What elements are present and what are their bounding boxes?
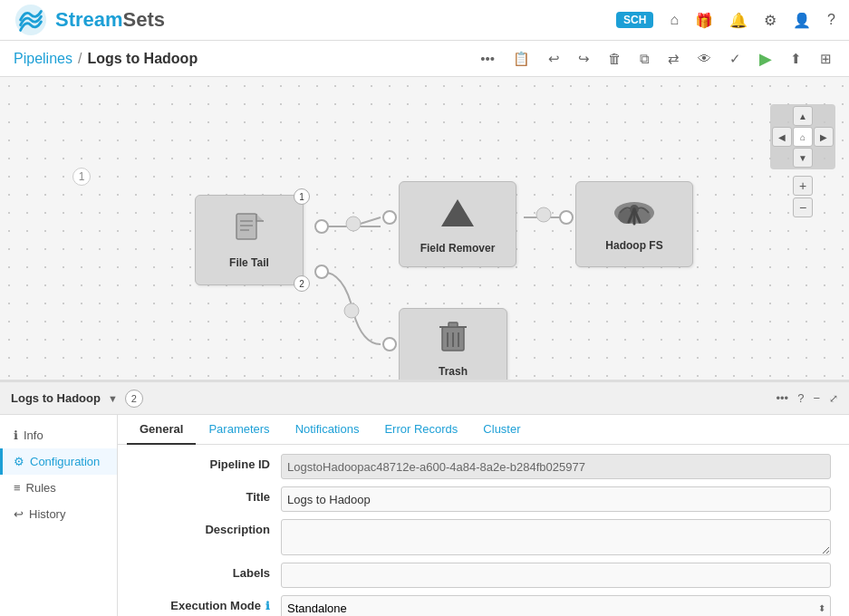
pipeline-id-label: Pipeline ID bbox=[136, 454, 281, 471]
execution-mode-select-wrap: Standalone Cluster Batch Cluster Streami… bbox=[281, 595, 831, 616]
pipeline-canvas: 1 1 File Tail 2 Field Remover bbox=[0, 77, 849, 380]
preview-icon[interactable]: 👁 bbox=[694, 49, 715, 68]
sidebar-rules-label: Rules bbox=[26, 481, 56, 495]
file-tail-node[interactable]: 1 File Tail 2 bbox=[195, 195, 304, 285]
svg-point-6 bbox=[315, 220, 328, 233]
duplicate-icon[interactable]: ⧉ bbox=[636, 49, 653, 69]
node-badge-2: 2 bbox=[294, 275, 310, 292]
title-input[interactable] bbox=[281, 486, 831, 512]
panel-header-icons: ••• ? − ⤢ bbox=[777, 391, 838, 405]
execution-mode-label: Execution Mode ℹ bbox=[136, 595, 281, 612]
panel-title-area: Logs to Hadoop ▼ 2 bbox=[11, 390, 143, 408]
file-tail-icon bbox=[233, 212, 265, 255]
sidebar-info-label: Info bbox=[24, 428, 43, 442]
nav-empty-tr bbox=[814, 106, 834, 126]
tab-error-records[interactable]: Error Records bbox=[371, 415, 470, 445]
settings-icon[interactable]: ⚙ bbox=[764, 12, 777, 29]
sidebar-item-info[interactable]: ℹ Info bbox=[0, 422, 117, 448]
user-icon[interactable]: 👤 bbox=[793, 12, 811, 29]
field-remover-node[interactable]: Field Remover bbox=[399, 181, 516, 267]
nav-left-btn[interactable]: ◀ bbox=[772, 127, 792, 147]
config-nav-icon: ⚙ bbox=[14, 455, 24, 468]
execution-mode-row: Execution Mode ℹ Standalone Cluster Batc… bbox=[136, 595, 831, 616]
svg-point-2 bbox=[346, 217, 361, 231]
sidebar-item-rules[interactable]: ≡ Rules bbox=[0, 475, 117, 501]
svg-point-3 bbox=[344, 303, 359, 318]
sidebar-item-configuration[interactable]: ⚙ Configuration bbox=[0, 448, 117, 475]
logo-text: StreamSets bbox=[55, 8, 165, 32]
panel-minimize-icon[interactable]: − bbox=[813, 391, 820, 405]
svg-rect-11 bbox=[236, 214, 256, 239]
trash-node[interactable]: Trash bbox=[399, 308, 507, 380]
title-label: Title bbox=[136, 486, 281, 504]
sidebar-item-history[interactable]: ↩ History bbox=[0, 501, 117, 527]
execution-mode-select[interactable]: Standalone Cluster Batch Cluster Streami… bbox=[281, 595, 831, 616]
nav-right-btn[interactable]: ▶ bbox=[814, 127, 834, 147]
logo-area: StreamSets bbox=[14, 3, 165, 37]
canvas-label-1: 1 bbox=[72, 168, 91, 186]
panel-caret-icon: ▼ bbox=[108, 393, 118, 404]
nav-home-btn[interactable]: ⌂ bbox=[793, 127, 813, 147]
zoom-out-btn[interactable]: − bbox=[793, 197, 813, 217]
pipeline-id-input[interactable] bbox=[281, 454, 831, 479]
execution-mode-info-icon[interactable]: ℹ bbox=[265, 600, 270, 612]
panel-body: ℹ Info ⚙ Configuration ≡ Rules ↩ History… bbox=[0, 415, 849, 616]
undo-icon[interactable]: ↩ bbox=[545, 49, 564, 69]
svg-point-10 bbox=[560, 211, 573, 224]
history-nav-icon: ↩ bbox=[14, 507, 24, 521]
nav-empty-bl bbox=[772, 148, 792, 168]
panel-badge: 2 bbox=[125, 390, 143, 408]
panel-expand-icon[interactable]: ⤢ bbox=[829, 392, 838, 405]
help-icon[interactable]: ? bbox=[827, 12, 835, 28]
pipelines-link[interactable]: Pipelines bbox=[14, 51, 72, 67]
gift-icon[interactable]: 🎁 bbox=[695, 12, 713, 29]
validate-icon[interactable]: ✓ bbox=[726, 49, 745, 69]
svg-point-5 bbox=[536, 207, 551, 222]
rules-nav-icon: ≡ bbox=[14, 481, 21, 495]
description-row: Description bbox=[136, 519, 831, 555]
breadcrumb-bar: Pipelines / Logs to Hadoop ••• 📋 ↩ ↪ 🗑 ⧉… bbox=[0, 41, 849, 77]
pipeline-title-breadcrumb: Logs to Hadoop bbox=[87, 51, 198, 67]
field-remover-icon bbox=[439, 195, 476, 238]
share-icon[interactable]: ⬆ bbox=[786, 49, 806, 69]
info-nav-icon: ℹ bbox=[14, 428, 18, 442]
pipeline-id-row: Pipeline ID bbox=[136, 454, 831, 479]
edit-icon[interactable]: 📋 bbox=[509, 49, 534, 69]
tab-parameters[interactable]: Parameters bbox=[196, 415, 282, 445]
description-label: Description bbox=[136, 519, 281, 536]
svg-point-7 bbox=[315, 265, 328, 278]
more-options-btn[interactable]: ••• bbox=[477, 49, 498, 68]
panel-more-icon[interactable]: ••• bbox=[777, 391, 789, 405]
redo-icon[interactable]: ↪ bbox=[574, 49, 593, 69]
nav-icons: SCH ⌂ 🎁 🔔 ⚙ 👤 ? bbox=[616, 12, 835, 29]
title-row: Title bbox=[136, 486, 831, 512]
form-area: Pipeline ID Title Description Labels bbox=[118, 445, 849, 616]
tab-general[interactable]: General bbox=[127, 415, 196, 445]
nav-down-btn[interactable]: ▼ bbox=[793, 148, 813, 168]
description-textarea[interactable] bbox=[281, 519, 831, 555]
panel-title[interactable]: Logs to Hadoop bbox=[11, 391, 101, 405]
hadoop-fs-node[interactable]: Hadoop FS bbox=[575, 181, 693, 267]
labels-input[interactable] bbox=[281, 563, 831, 588]
top-navbar: StreamSets SCH ⌂ 🎁 🔔 ⚙ 👤 ? bbox=[0, 0, 849, 41]
bell-icon[interactable]: 🔔 bbox=[729, 12, 748, 29]
panel-help-icon[interactable]: ? bbox=[797, 391, 804, 405]
home-icon[interactable]: ⌂ bbox=[670, 12, 679, 28]
toolbar: ••• 📋 ↩ ↪ 🗑 ⧉ ⇄ 👁 ✓ ▶ ⬆ ⊞ bbox=[477, 47, 835, 71]
labels-label: Labels bbox=[136, 563, 281, 580]
svg-marker-15 bbox=[441, 199, 474, 226]
run-icon[interactable]: ▶ bbox=[756, 47, 776, 71]
grid-icon[interactable]: ⊞ bbox=[816, 49, 835, 69]
tab-cluster[interactable]: Cluster bbox=[470, 415, 533, 445]
tab-notifications[interactable]: Notifications bbox=[283, 415, 372, 445]
sch-badge[interactable]: SCH bbox=[616, 12, 653, 28]
panel-header: Logs to Hadoop ▼ 2 ••• ? − ⤢ bbox=[0, 382, 849, 415]
bottom-panel: Logs to Hadoop ▼ 2 ••• ? − ⤢ ℹ Info ⚙ Co… bbox=[0, 380, 849, 616]
nav-up-btn[interactable]: ▲ bbox=[793, 106, 813, 126]
side-nav: ℹ Info ⚙ Configuration ≡ Rules ↩ History bbox=[0, 415, 118, 616]
delete-icon[interactable]: 🗑 bbox=[604, 49, 625, 68]
hadoop-fs-icon bbox=[613, 197, 656, 236]
shuffle-icon[interactable]: ⇄ bbox=[664, 49, 683, 69]
streamsets-logo-icon bbox=[14, 3, 48, 37]
zoom-in-btn[interactable]: + bbox=[793, 176, 813, 196]
